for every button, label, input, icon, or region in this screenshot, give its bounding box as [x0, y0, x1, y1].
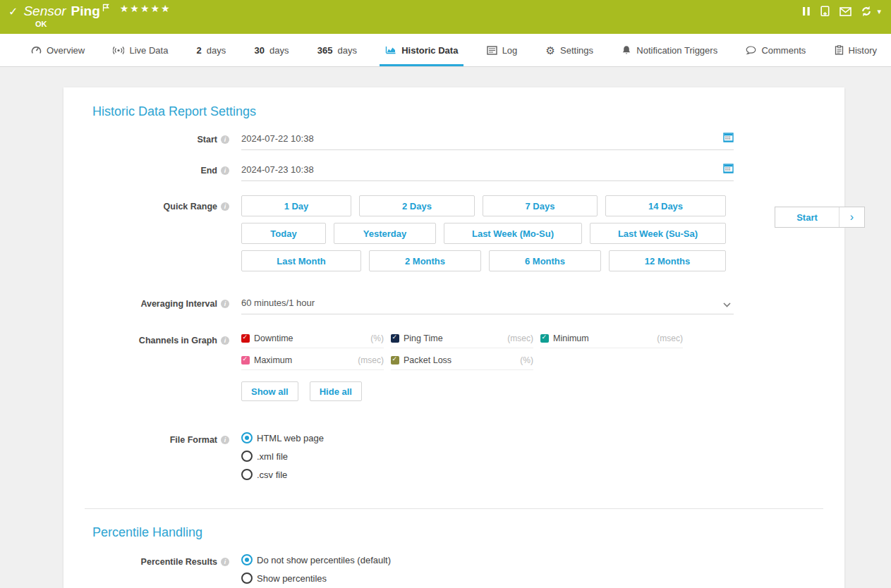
quick-range-last-month-button[interactable]: Last Month — [241, 250, 361, 271]
radio-icon[interactable] — [241, 469, 253, 480]
channel-minimum: Minimum (msec) — [540, 333, 683, 348]
more-actions-caret-icon[interactable]: ▾ — [877, 7, 881, 16]
history-icon — [835, 45, 844, 55]
start-date-field[interactable]: 2024-07-22 10:38 — [241, 133, 734, 150]
refresh-icon[interactable] — [861, 6, 872, 17]
info-icon[interactable]: i — [221, 300, 229, 308]
gear-icon: ⚙ — [546, 45, 555, 56]
tab-label: Historic Data — [401, 45, 458, 56]
tab-comments[interactable]: Comments — [746, 34, 806, 66]
channel-unit: (%) — [520, 355, 533, 365]
radio-selected-icon[interactable] — [241, 432, 253, 443]
quick-range-6-months-button[interactable]: 6 Months — [489, 250, 601, 271]
info-icon[interactable]: i — [221, 166, 229, 175]
quick-range-last-week-mo-su-button[interactable]: Last Week (Mo-Su) — [444, 223, 582, 244]
tab-label: Comments — [761, 45, 806, 56]
info-icon[interactable]: i — [221, 558, 229, 566]
channel-downtime: Downtime (%) — [241, 333, 384, 348]
quick-range-row: Quick Range i 1 Day 2 Days 7 Days 14 Day… — [92, 195, 823, 278]
sensor-name: Ping — [71, 4, 100, 19]
hide-all-button[interactable]: Hide all — [310, 381, 362, 401]
flag-icon[interactable] — [102, 2, 110, 15]
quick-range-12-months-button[interactable]: 12 Months — [609, 250, 726, 271]
quick-range-last-week-su-sa-button[interactable]: Last Week (Su-Sa) — [590, 223, 726, 244]
percentile-results-label-group: Percentile Results i — [92, 556, 241, 568]
info-icon[interactable]: i — [221, 135, 229, 144]
info-icon[interactable]: i — [221, 202, 229, 211]
calendar-icon[interactable] — [723, 163, 734, 176]
quick-range-2-months-button[interactable]: 2 Months — [369, 250, 481, 271]
tab-historic-data[interactable]: Historic Data — [385, 34, 458, 66]
percentile-results-row: Percentile Results i Do not show percent… — [92, 554, 823, 588]
quick-range-2-days-button[interactable]: 2 Days — [359, 195, 475, 216]
quick-range-row-2: Today Yesterday Last Week (Mo-Su) Last W… — [241, 223, 734, 244]
file-format-option-xml[interactable]: .xml file — [241, 451, 734, 462]
channel-name: Packet Loss — [404, 355, 451, 365]
channel-unit: (%) — [370, 333, 384, 343]
quick-range-today-button[interactable]: Today — [241, 223, 326, 244]
ping-time-checkbox[interactable] — [391, 334, 399, 343]
averaging-interval-select[interactable]: 60 minutes/1 hour — [241, 298, 734, 314]
file-format-option-csv[interactable]: .csv file — [241, 469, 734, 480]
file-format-row: File Format i HTML web page .xml file .c… — [92, 432, 823, 487]
show-all-button[interactable]: Show all — [241, 381, 298, 401]
channel-unit: (msec) — [657, 333, 683, 343]
add-report-icon[interactable] — [820, 6, 830, 17]
tab-settings[interactable]: ⚙ Settings — [546, 34, 593, 66]
tab-overview[interactable]: Overview — [31, 34, 85, 66]
percentile-option-show[interactable]: Show percentiles — [241, 572, 734, 584]
email-icon[interactable] — [840, 7, 851, 16]
tab-notification-triggers[interactable]: Notification Triggers — [622, 34, 717, 66]
tab-log[interactable]: Log — [487, 34, 518, 66]
tab-label: Overview — [47, 45, 85, 56]
quick-range-14-days-button[interactable]: 14 Days — [605, 195, 726, 216]
radio-label: Do not show percentiles (default) — [257, 555, 391, 565]
packet-loss-checkbox[interactable] — [391, 356, 399, 365]
radio-icon[interactable] — [241, 451, 253, 462]
maximum-checkbox[interactable] — [241, 356, 250, 365]
tab-label: days — [269, 45, 289, 56]
radio-selected-icon[interactable] — [241, 554, 253, 565]
start-label-group: Start i — [92, 133, 241, 146]
tab-value: 30 — [255, 45, 265, 56]
quick-range-1-day-button[interactable]: 1 Day — [241, 195, 351, 216]
section-title-historic-data-report-settings: Historic Data Report Settings — [92, 104, 823, 119]
quick-range-yesterday-button[interactable]: Yesterday — [334, 223, 436, 244]
quick-range-row-3: Last Month 2 Months 6 Months 12 Months — [241, 250, 734, 271]
quick-range-7-days-button[interactable]: 7 Days — [483, 195, 598, 216]
pause-icon[interactable] — [802, 6, 811, 16]
minimum-checkbox[interactable] — [540, 334, 549, 343]
radio-label: HTML web page — [257, 433, 324, 443]
tab-365-days[interactable]: 365 days — [317, 34, 357, 66]
end-date-value: 2024-07-23 10:38 — [241, 164, 314, 175]
radio-icon[interactable] — [241, 572, 253, 584]
file-format-label-group: File Format i — [92, 434, 241, 446]
info-icon[interactable]: i — [221, 336, 229, 345]
chevron-down-icon — [723, 299, 731, 310]
calendar-icon[interactable] — [723, 132, 734, 145]
file-format-option-html[interactable]: HTML web page — [241, 432, 734, 443]
quick-range-label: Quick Range — [164, 202, 217, 212]
channel-name: Minimum — [553, 333, 589, 343]
tab-value: 2 — [197, 45, 202, 56]
tab-live-data[interactable]: Live Data — [113, 34, 168, 66]
info-icon[interactable]: i — [221, 436, 229, 444]
end-label: End — [200, 166, 217, 176]
tab-2-days[interactable]: 2 days — [197, 34, 226, 66]
percentile-option-do-not-show[interactable]: Do not show percentiles (default) — [241, 554, 734, 565]
channel-maximum: Maximum (msec) — [241, 355, 384, 370]
downtime-checkbox[interactable] — [241, 334, 250, 343]
priority-stars[interactable]: ★★★★★ — [120, 3, 171, 14]
log-icon — [487, 46, 497, 55]
end-date-field[interactable]: 2024-07-23 10:38 — [241, 164, 734, 181]
bell-icon — [622, 45, 631, 55]
averaging-interval-row: Averaging Interval i 60 minutes/1 hour — [92, 298, 823, 314]
start-label: Start — [198, 135, 217, 145]
start-report-button[interactable]: Start — [775, 207, 839, 227]
comment-icon — [746, 46, 756, 55]
tab-30-days[interactable]: 30 days — [255, 34, 289, 66]
chevron-right-icon[interactable]: › — [839, 207, 864, 227]
channels-label: Channels in Graph — [139, 336, 217, 345]
settings-card: Historic Data Report Settings Start i 20… — [63, 87, 844, 588]
tab-history[interactable]: History — [835, 34, 877, 66]
